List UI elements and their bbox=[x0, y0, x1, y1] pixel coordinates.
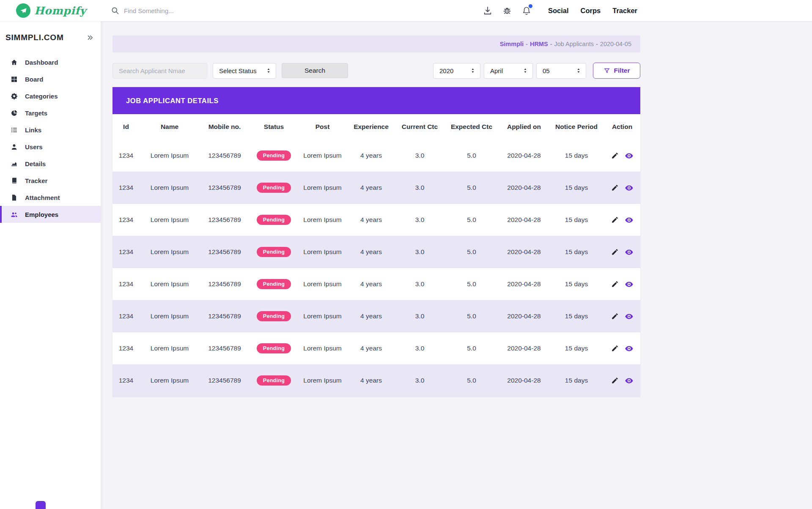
download-icon[interactable] bbox=[483, 6, 492, 15]
cell-id: 1234 bbox=[112, 364, 140, 397]
edit-icon[interactable] bbox=[611, 216, 619, 224]
cell-expected-ctc: 5.0 bbox=[444, 236, 499, 268]
sidebar-item-dashboard[interactable]: Dashboard bbox=[0, 54, 101, 71]
edit-icon[interactable] bbox=[611, 184, 619, 192]
sidebar-item-targets[interactable]: Targets bbox=[0, 104, 101, 121]
bar-chart-icon bbox=[11, 160, 18, 167]
view-icon[interactable] bbox=[625, 280, 634, 289]
cell-status: Pending bbox=[250, 172, 298, 204]
day-select[interactable]: 05 bbox=[536, 63, 586, 79]
cell-mobile: 123456789 bbox=[200, 172, 250, 204]
cell-notice-period: 15 days bbox=[549, 268, 604, 300]
cell-experience: 4 years bbox=[347, 204, 395, 236]
sidebar-item-users[interactable]: Users bbox=[0, 138, 101, 155]
cell-action bbox=[604, 172, 640, 204]
logo-text: Hompify bbox=[34, 5, 86, 17]
column-header-action: Action bbox=[604, 114, 640, 140]
year-select[interactable]: 2020 bbox=[433, 63, 480, 79]
column-header-status: Status bbox=[250, 114, 298, 140]
filter-button[interactable]: Filter bbox=[593, 63, 640, 79]
nav-social[interactable]: Social bbox=[548, 7, 569, 15]
edit-icon[interactable] bbox=[611, 345, 619, 352]
breadcrumb-simmpli[interactable]: Simmpli bbox=[500, 41, 524, 47]
view-icon[interactable] bbox=[625, 151, 634, 160]
cell-applied-on: 2020-04-28 bbox=[499, 172, 549, 204]
cell-action bbox=[604, 204, 640, 236]
sidebar-item-attachment[interactable]: Attachment bbox=[0, 189, 101, 206]
cell-id: 1234 bbox=[112, 204, 140, 236]
applicants-panel: JOB APPLICANT DETAILS IdNameMobile no.St… bbox=[112, 87, 640, 397]
cell-expected-ctc: 5.0 bbox=[444, 332, 499, 364]
sidebar-item-details[interactable]: Details bbox=[0, 155, 101, 172]
cell-name: Lorem Ipsum bbox=[140, 172, 200, 204]
sidebar-header: SIMMPLI.COM bbox=[0, 21, 101, 42]
sidebar-item-employees[interactable]: Employees bbox=[0, 206, 101, 223]
sidebar-item-label: Users bbox=[25, 143, 43, 151]
select-arrows-icon bbox=[265, 67, 272, 74]
sidebar-item-categories[interactable]: Categories bbox=[0, 88, 101, 104]
cell-current-ctc: 3.0 bbox=[395, 332, 444, 364]
column-header-experience: Experience bbox=[347, 114, 395, 140]
file-icon bbox=[11, 194, 18, 201]
status-badge: Pending bbox=[257, 375, 291, 386]
view-icon[interactable] bbox=[625, 312, 634, 321]
edit-icon[interactable] bbox=[611, 152, 619, 159]
cell-post: Lorem Ipsum bbox=[298, 204, 347, 236]
gear-icon bbox=[11, 93, 18, 100]
cell-expected-ctc: 5.0 bbox=[444, 172, 499, 204]
column-header-mobile-no: Mobile no. bbox=[200, 114, 250, 140]
cell-current-ctc: 3.0 bbox=[395, 236, 444, 268]
topbar-actions: SocialCorpsTracker bbox=[483, 0, 637, 21]
breadcrumb: Simmpli-HRMS-Job Applicants-2020-04-05 bbox=[498, 40, 634, 48]
edit-icon[interactable] bbox=[611, 248, 619, 256]
edit-icon[interactable] bbox=[611, 280, 619, 288]
applicant-search-input[interactable] bbox=[112, 63, 207, 79]
view-icon[interactable] bbox=[625, 376, 634, 385]
nav-tracker[interactable]: Tracker bbox=[612, 7, 637, 15]
view-icon[interactable] bbox=[625, 344, 634, 353]
table-row: 1234Lorem Ipsum123456789PendingLorem Ips… bbox=[112, 364, 640, 397]
bug-icon[interactable] bbox=[502, 6, 512, 15]
sidebar-item-board[interactable]: Board bbox=[0, 71, 101, 88]
breadcrumb-separator: - bbox=[596, 41, 598, 47]
people-icon bbox=[11, 211, 18, 218]
cell-name: Lorem Ipsum bbox=[140, 140, 200, 172]
view-icon[interactable] bbox=[625, 216, 634, 224]
sidebar-item-label: Tracker bbox=[25, 177, 47, 184]
table-header-row: IdNameMobile no.StatusPostExperienceCurr… bbox=[112, 114, 640, 140]
column-header-post: Post bbox=[298, 114, 347, 140]
search-button[interactable]: Search bbox=[282, 63, 348, 78]
logo[interactable]: Hompify bbox=[0, 3, 101, 18]
sidebar-item-tracker[interactable]: Tracker bbox=[0, 172, 101, 189]
sidebar-item-links[interactable]: Links bbox=[0, 121, 101, 138]
month-select-value: April bbox=[490, 67, 503, 74]
cell-mobile: 123456789 bbox=[200, 204, 250, 236]
cell-experience: 4 years bbox=[347, 300, 395, 332]
day-select-value: 05 bbox=[543, 67, 550, 74]
status-badge: Pending bbox=[257, 311, 291, 321]
cell-action bbox=[604, 140, 640, 172]
top-nav: SocialCorpsTracker bbox=[548, 7, 637, 15]
global-search-input[interactable] bbox=[124, 7, 242, 14]
bell-icon[interactable] bbox=[522, 6, 531, 15]
view-icon[interactable] bbox=[625, 248, 634, 257]
cell-current-ctc: 3.0 bbox=[395, 140, 444, 172]
cell-status: Pending bbox=[250, 236, 298, 268]
edit-icon[interactable] bbox=[611, 312, 619, 320]
edit-icon[interactable] bbox=[611, 377, 619, 384]
cell-applied-on: 2020-04-28 bbox=[499, 140, 549, 172]
cell-name: Lorem Ipsum bbox=[140, 236, 200, 268]
table-row: 1234Lorem Ipsum123456789PendingLorem Ips… bbox=[112, 204, 640, 236]
breadcrumb-hrms[interactable]: HRMS bbox=[530, 41, 548, 47]
floating-button[interactable] bbox=[36, 501, 46, 509]
cell-notice-period: 15 days bbox=[549, 172, 604, 204]
status-select[interactable]: Select Status bbox=[213, 63, 276, 79]
sidebar-menu: DashboardBoardCategoriesTargetsLinksUser… bbox=[0, 54, 101, 223]
double-chevron-icon[interactable] bbox=[86, 34, 94, 41]
cell-id: 1234 bbox=[112, 140, 140, 172]
topbar: Hompify SocialCorpsTracker bbox=[0, 0, 812, 21]
view-icon[interactable] bbox=[625, 183, 634, 192]
nav-corps[interactable]: Corps bbox=[581, 7, 601, 15]
month-select[interactable]: April bbox=[484, 63, 533, 79]
cell-name: Lorem Ipsum bbox=[140, 332, 200, 364]
